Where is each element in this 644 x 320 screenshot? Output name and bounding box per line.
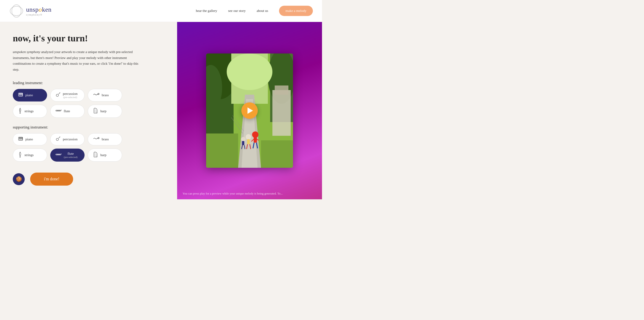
svg-rect-36 [19,137,20,139]
make-melody-button[interactable]: make a melody [279,6,313,16]
svg-point-14 [60,92,60,93]
done-button[interactable]: i'm done! [30,172,73,186]
svg-point-12 [56,94,58,96]
logo-subtitle: symphony® [26,13,52,16]
leading-flute-button[interactable]: flute [50,105,84,118]
cookie-button[interactable]: 🍪 [13,173,25,185]
svg-point-70 [252,132,258,138]
sup-brass-icon [93,136,100,142]
supporting-flute-sublabel: (pre-selected) [64,156,78,158]
right-panel: You can press play for a preview while y… [177,22,322,199]
sup-flute-icon [56,152,62,158]
supporting-label: supporting instrument: [13,125,164,130]
sup-percussion-icon [56,136,60,142]
supporting-harp-button[interactable]: harp [88,148,122,162]
sup-piano-icon [18,136,23,142]
svg-point-76 [246,134,251,140]
svg-rect-67 [275,86,288,95]
svg-line-50 [61,154,62,154]
right-bottom-text: You can press play for a preview while y… [177,188,322,200]
svg-point-47 [57,154,58,155]
svg-point-80 [241,137,246,142]
svg-line-25 [61,110,62,111]
svg-point-63 [227,54,272,90]
main-layout: now, it's your turn! unspoken symphony a… [0,22,322,199]
percussion-icon [56,92,60,98]
brass-icon [93,92,100,98]
supporting-strings-label: strings [24,153,34,157]
svg-rect-38 [21,137,22,139]
main-nav: hear the gallery see our story about us … [196,6,313,16]
nav-see-story[interactable]: see our story [228,9,246,13]
svg-rect-77 [247,139,250,144]
leading-harp-button[interactable]: harp [88,105,122,118]
left-panel: now, it's your turn! unspoken symphony a… [0,22,177,199]
logo-name: unspoken [26,6,52,13]
flute-icon [56,108,62,114]
play-icon [248,108,253,114]
leading-piano-label: piano [25,93,33,97]
svg-rect-37 [20,137,21,139]
harp-icon [93,108,98,115]
leading-percussion-button[interactable]: percussion (pre-selected) [50,89,84,102]
supporting-harp-label: harp [100,153,106,157]
svg-rect-71 [254,137,257,143]
nav-hear-gallery[interactable]: hear the gallery [196,9,217,13]
leading-strings-button[interactable]: strings [13,105,47,118]
leading-brass-label: brass [102,93,109,97]
supporting-strings-button[interactable]: strings [13,148,47,162]
sup-strings-icon [18,152,22,159]
supporting-brass-label: brass [102,137,109,141]
svg-point-49 [59,154,60,155]
svg-rect-9 [20,93,21,95]
supporting-section: supporting instrument: [13,125,164,162]
strings-icon [18,108,22,115]
svg-point-22 [57,110,58,111]
supporting-percussion-label: percussion [63,137,78,141]
leading-strings-label: strings [24,109,34,113]
svg-rect-84 [206,134,238,168]
svg-rect-8 [19,93,20,95]
description-text: unspoken symphony analyzed your artwork … [13,49,141,72]
page-title: now, it's your turn! [13,33,164,44]
leading-flute-label: flute [64,109,70,113]
logo-icon [9,4,24,18]
nav-about-us[interactable]: about us [257,9,268,13]
leading-percussion-label: percussion [63,92,78,96]
svg-rect-11 [22,93,22,95]
svg-rect-66 [272,90,291,136]
logo[interactable]: unspoken symphony® [9,4,52,18]
svg-point-2 [11,6,22,16]
supporting-flute-button[interactable]: flute (pre-selected) [50,148,84,162]
supporting-row-2: strings flute [13,148,164,162]
description-italic: unspoken symphony [13,50,40,54]
svg-rect-81 [242,141,244,145]
piano-icon [18,92,23,98]
svg-point-42 [60,137,60,137]
done-area: 🍪 i'm done! [13,172,164,186]
supporting-percussion-button[interactable]: percussion [50,133,84,145]
leading-row-2: strings flute [13,105,164,118]
svg-rect-10 [21,93,22,95]
supporting-brass-button[interactable]: brass [88,133,122,145]
svg-point-48 [58,154,59,155]
leading-brass-button[interactable]: brass [88,89,122,102]
svg-line-30 [94,112,97,113]
play-button[interactable] [241,102,258,119]
leading-piano-button[interactable]: piano [13,89,47,102]
svg-point-40 [56,138,58,140]
svg-point-24 [59,110,60,111]
svg-line-55 [94,156,97,157]
svg-point-23 [58,110,59,111]
leading-harp-label: harp [100,109,106,113]
leading-section: leading instrument: [13,81,164,118]
svg-line-52 [94,152,97,154]
supporting-piano-label: piano [25,137,33,141]
svg-rect-39 [22,137,22,139]
sup-harp-icon [93,152,98,159]
video-player [206,54,293,168]
leading-percussion-sublabel: (pre-selected) [63,96,78,98]
cookie-icon: 🍪 [16,176,22,182]
supporting-piano-button[interactable]: piano [13,133,47,145]
header: unspoken symphony® hear the gallery see … [0,0,322,22]
